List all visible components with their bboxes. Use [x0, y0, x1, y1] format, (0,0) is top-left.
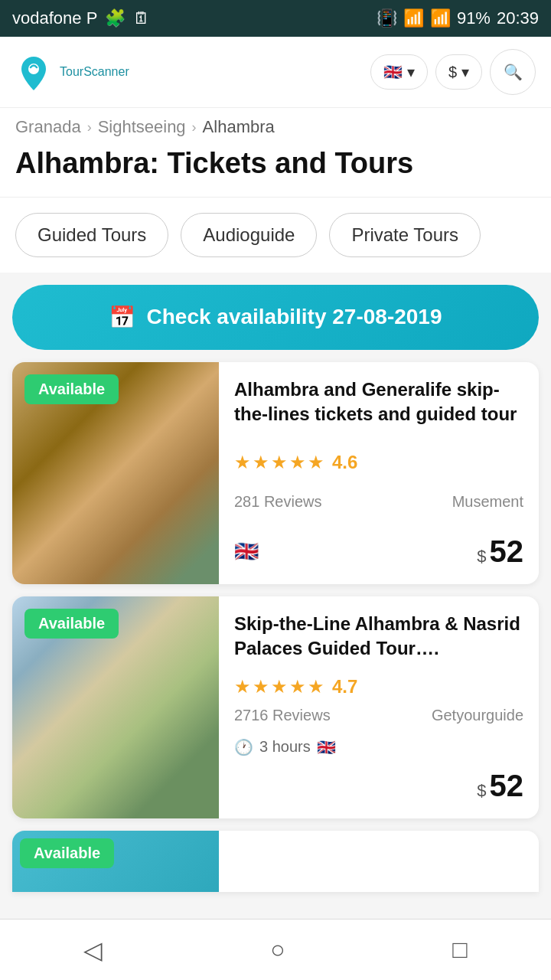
duration-text: 3 hours [259, 738, 311, 756]
rating-1: 4.6 [332, 452, 357, 473]
chevron-down-icon: ▾ [461, 63, 469, 81]
vibrate-icon: 📳 [377, 8, 397, 28]
logo-scanner: Scanner [83, 65, 129, 78]
tour-image-2: Available [12, 596, 219, 818]
back-button[interactable]: ◁ [60, 928, 126, 972]
search-icon: 🔍 [504, 63, 523, 81]
tour-card-partial[interactable]: Available [12, 831, 539, 892]
status-bar: vodafone P 🧩 🗓 📳 📶 📶 91% 20:39 [0, 0, 551, 37]
check-availability-button[interactable]: 📅 Check availability 27-08-2019 [12, 285, 539, 350]
filter-private-tours[interactable]: Private Tours [329, 213, 481, 257]
filter-guided-tours[interactable]: Guided Tours [15, 213, 168, 257]
breadcrumb-granada[interactable]: Granada [15, 117, 81, 137]
price-area-1: $ 52 [477, 534, 523, 569]
clock-icon: 🕐 [234, 738, 253, 756]
lang-flag-1: 🇬🇧 [234, 540, 259, 564]
reviews-count-1: 281 Reviews [234, 493, 322, 511]
page-title: Alhambra: Tickets and Tours [15, 146, 536, 181]
logo-text: TourScanner [60, 65, 129, 79]
puzzle-icon: 🧩 [105, 8, 126, 28]
status-left: vodafone P 🧩 🗓 [12, 8, 150, 28]
tour-image-1: Available [12, 362, 219, 584]
language-button[interactable]: 🇬🇧 ▾ [370, 54, 428, 90]
provider-2: Getyourguide [432, 707, 523, 724]
signal-icon: 📶 [430, 8, 451, 28]
battery-text: 91% [457, 8, 491, 28]
availability-label: Check availability 27-08-2019 [146, 305, 442, 329]
card-bottom-2: $ 52 [234, 769, 523, 803]
logo-area: TourScanner [15, 54, 129, 90]
price-area-2: $ 52 [477, 769, 523, 803]
tour-title-2: Skip-the-Line Alhambra & Nasrid Palaces … [234, 612, 523, 662]
breadcrumb-sightseeing[interactable]: Sightseeing [98, 117, 186, 137]
breadcrumb-chevron-1: › [87, 119, 92, 136]
calendar-icon: 📅 [109, 305, 135, 330]
tour-card-2[interactable]: Available Skip-the-Line Alhambra & Nasri… [12, 596, 539, 818]
available-badge-2: Available [24, 609, 119, 639]
time-text: 20:39 [497, 8, 539, 28]
available-badge-partial: Available [20, 838, 114, 868]
rating-2: 4.7 [332, 676, 357, 697]
app-icon: 🗓 [133, 8, 150, 28]
stars-row-2: ★★★★★ 4.7 [234, 676, 523, 697]
header: TourScanner 🇬🇧 ▾ $ ▾ 🔍 [0, 37, 551, 108]
logo-icon [15, 54, 52, 90]
provider-1: Musement [452, 493, 523, 511]
search-button[interactable]: 🔍 [490, 49, 536, 95]
stars-icon-1: ★★★★★ [234, 452, 326, 473]
tour-info-1: Alhambra and Generalife skip-the-lines t… [219, 362, 539, 584]
wifi-icon: 📶 [403, 8, 424, 28]
chevron-down-icon: ▾ [407, 63, 415, 81]
status-right: 📳 📶 📶 91% 20:39 [377, 8, 539, 28]
breadcrumb: Granada › Sightseeing › Alhambra [0, 108, 551, 137]
bottom-nav: ◁ ○ □ [0, 919, 551, 980]
flag-icon: 🇬🇧 [383, 63, 403, 81]
card-bottom-1: 🇬🇧 $ 52 [234, 534, 523, 569]
carrier-text: vodafone P [12, 8, 97, 28]
duration-row-2: 🕐 3 hours 🇬🇧 [234, 738, 523, 756]
tour-card-1[interactable]: Available Alhambra and Generalife skip-t… [12, 362, 539, 584]
reviews-provider-1: 281 Reviews Musement [234, 493, 523, 511]
page-title-area: Alhambra: Tickets and Tours [0, 137, 551, 198]
tours-list: Available Alhambra and Generalife skip-t… [0, 362, 551, 892]
reviews-provider-2: 2716 Reviews Getyourguide [234, 707, 523, 724]
lang-flag-2: 🇬🇧 [317, 738, 336, 756]
header-controls: 🇬🇧 ▾ $ ▾ 🔍 [370, 49, 536, 95]
price-value-1: 52 [490, 534, 524, 569]
logo-tour: Tour [60, 65, 83, 78]
filter-chips-area: Guided Tours Audioguide Private Tours [0, 198, 551, 273]
currency-button[interactable]: $ ▾ [435, 54, 482, 90]
breadcrumb-chevron-2: › [192, 119, 197, 136]
price-value-2: 52 [490, 769, 524, 803]
currency-symbol: $ [448, 64, 457, 81]
stars-row-1: ★★★★★ 4.6 [234, 452, 523, 473]
breadcrumb-alhambra: Alhambra [203, 117, 275, 137]
recents-button[interactable]: □ [429, 928, 490, 972]
tour-info-2: Skip-the-Line Alhambra & Nasrid Palaces … [219, 596, 539, 818]
tour-title-1: Alhambra and Generalife skip-the-lines t… [234, 377, 523, 427]
price-currency-2: $ [477, 781, 486, 801]
home-button[interactable]: ○ [247, 928, 308, 972]
price-currency-1: $ [477, 547, 486, 567]
filter-audioguide[interactable]: Audioguide [181, 213, 317, 257]
reviews-count-2: 2716 Reviews [234, 707, 331, 724]
available-badge-1: Available [24, 374, 119, 404]
stars-icon-2: ★★★★★ [234, 676, 326, 697]
